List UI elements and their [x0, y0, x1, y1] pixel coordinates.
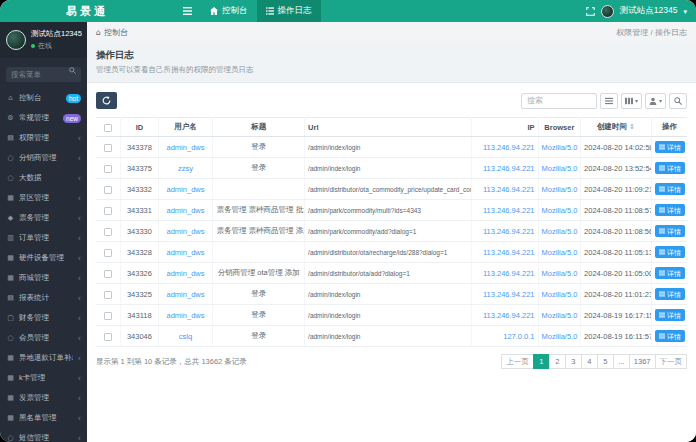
page-button-1[interactable]: 1 — [533, 354, 550, 369]
sidebar-item-mall[interactable]: ▦ 商城管理 ‹ — [0, 268, 87, 288]
sidebar-item-ticket[interactable]: ◆ 票务管理 ‹ — [0, 208, 87, 228]
page-next-button[interactable]: 下一页 — [655, 354, 688, 369]
cell-ip[interactable]: 113.246.94.221 — [471, 263, 538, 284]
sidebar-item-card[interactable]: ▦ k卡管理 ‹ — [0, 368, 87, 388]
page-button-2[interactable]: 2 — [549, 354, 566, 369]
sidebar-item-finance[interactable]: ▢ 财务管理 ‹ — [0, 308, 87, 328]
cell-url: /admin/distributor/ota_commodity_price/u… — [305, 179, 472, 200]
row-checkbox[interactable] — [104, 207, 112, 215]
cell-username[interactable]: zzsy — [158, 158, 213, 179]
detail-button[interactable]: 详情 — [655, 309, 685, 321]
cell-ip[interactable]: 113.246.94.221 — [471, 284, 538, 305]
page-button-3[interactable]: 3 — [565, 354, 582, 369]
cell-browser[interactable]: Mozilla/5.0 — [538, 200, 581, 221]
detail-button[interactable]: 详情 — [655, 183, 685, 195]
row-checkbox[interactable] — [104, 333, 112, 341]
cell-ip[interactable]: 113.246.94.221 — [471, 200, 538, 221]
cell-ip[interactable]: 127.0.0.1 — [471, 326, 538, 347]
sidebar-item-console[interactable]: ⌂ 控制台 hot — [0, 88, 87, 108]
page-button-4[interactable]: 4 — [581, 354, 598, 369]
page-button-1367[interactable]: 1367 — [629, 354, 656, 369]
table-search-input[interactable] — [521, 93, 597, 109]
row-checkbox[interactable] — [104, 228, 112, 236]
cell-browser[interactable]: Mozilla/5.0 — [538, 158, 581, 179]
detail-button[interactable]: 详情 — [655, 204, 685, 216]
topnav-tab-console[interactable]: 控制台 — [201, 0, 257, 22]
sidebar-item-refund-reorder[interactable]: ▦ 异地退款订单补单 ‹ — [0, 348, 87, 368]
detail-button[interactable]: 详情 — [655, 267, 685, 279]
column-header: 操作 — [651, 118, 687, 137]
cell-ip[interactable]: 113.246.94.221 — [471, 221, 538, 242]
cell-ip[interactable]: 113.246.94.221 — [471, 179, 538, 200]
sidebar-item-invoice[interactable]: ▦ 发票管理 ‹ — [0, 388, 87, 408]
cell-browser[interactable]: Mozilla/5.0 — [538, 326, 581, 347]
page-ellipsis[interactable]: ... — [613, 354, 630, 369]
row-checkbox[interactable] — [104, 270, 112, 278]
cell-username[interactable]: admin_dws — [158, 200, 213, 221]
cell-username[interactable]: admin_dws — [158, 137, 213, 158]
user-avatar[interactable] — [601, 5, 614, 18]
brand-logo[interactable]: 易景通 — [0, 0, 174, 22]
sidebar-item-member[interactable]: ○ 会员管理 ‹ — [0, 328, 87, 348]
list-icon — [266, 7, 274, 15]
row-checkbox[interactable] — [104, 249, 112, 257]
detail-button[interactable]: 详情 — [655, 288, 685, 300]
cell-ip[interactable]: 113.246.94.221 — [471, 158, 538, 179]
cell-username[interactable]: admin_dws — [158, 242, 213, 263]
sidebar-item-order[interactable]: ▥ 订单管理 ‹ — [0, 228, 87, 248]
cell-browser[interactable]: Mozilla/5.0 — [538, 221, 581, 242]
cell-browser[interactable]: Mozilla/5.0 — [538, 263, 581, 284]
detail-button[interactable]: 详情 — [655, 162, 685, 174]
cell-browser[interactable]: Mozilla/5.0 — [538, 179, 581, 200]
row-checkbox[interactable] — [104, 312, 112, 320]
sidebar-avatar[interactable] — [6, 30, 26, 50]
row-checkbox[interactable] — [104, 144, 112, 152]
row-checkbox[interactable] — [104, 291, 112, 299]
cell-ip[interactable]: 113.246.94.221 — [471, 137, 538, 158]
row-checkbox[interactable] — [104, 165, 112, 173]
sort-icon[interactable]: ↕ — [629, 123, 635, 131]
column-header[interactable]: 创建时间↕ — [581, 118, 652, 137]
cell-ip[interactable]: 113.246.94.221 — [471, 242, 538, 263]
cell-browser[interactable]: Mozilla/5.0 — [538, 137, 581, 158]
detail-button[interactable]: 详情 — [655, 225, 685, 237]
sidebar-item-hardware[interactable]: ▦ 硬件设备管理 ‹ — [0, 248, 87, 268]
cell-username[interactable]: admin_dws — [158, 263, 213, 284]
site-name[interactable]: 测试站点12345 — [620, 5, 678, 17]
detail-button[interactable]: 详情 — [655, 330, 685, 342]
detail-button[interactable]: 详情 — [655, 141, 685, 153]
list-icon — [659, 186, 665, 192]
cell-browser[interactable]: Mozilla/5.0 — [538, 242, 581, 263]
topnav-tab-operation-log[interactable]: 操作日志 — [257, 0, 321, 22]
sidebar-item-general[interactable]: ⚙ 常规管理 new — [0, 108, 87, 128]
sidebar-item-sms[interactable]: ○ 短信管理 ‹ — [0, 428, 87, 442]
cell-browser[interactable]: Mozilla/5.0 — [538, 284, 581, 305]
table-row: 343331 admin_dws 票务管理 票种商品管理 批量更新 /admin… — [96, 200, 687, 221]
cell-username[interactable]: admin_dws — [158, 284, 213, 305]
refresh-button[interactable] — [96, 92, 117, 109]
search-toggle-button[interactable] — [669, 93, 687, 109]
sidebar-item-scenic[interactable]: ▦ 景区管理 ‹ — [0, 188, 87, 208]
sidebar-item-auth[interactable]: ▤ 权限管理 ‹ — [0, 128, 87, 148]
cell-username[interactable]: admin_dws — [158, 179, 213, 200]
cell-username[interactable]: admin_dws — [158, 305, 213, 326]
cell-username[interactable]: cslq — [158, 326, 213, 347]
row-checkbox[interactable] — [104, 186, 112, 194]
sidebar-item-distributor[interactable]: ○ 分销商管理 ‹ — [0, 148, 87, 168]
admin-filter-button[interactable]: ▾ — [645, 93, 666, 109]
breadcrumb-home[interactable]: 控制台 — [104, 27, 128, 38]
view-toggle-button[interactable] — [600, 93, 618, 109]
fullscreen-button[interactable] — [586, 7, 595, 16]
columns-toggle-button[interactable]: ▾ — [621, 93, 642, 109]
cell-username[interactable]: admin_dws — [158, 221, 213, 242]
cell-browser[interactable]: Mozilla/5.0 — [538, 305, 581, 326]
sidebar-item-report[interactable]: ▤ 报表统计 ‹ — [0, 288, 87, 308]
sidebar-item-blacklist[interactable]: ▦ 黑名单管理 ‹ — [0, 408, 87, 428]
cell-ip[interactable]: 113.246.94.221 — [471, 305, 538, 326]
page-prev-button[interactable]: 上一页 — [501, 354, 534, 369]
detail-button[interactable]: 详情 — [655, 246, 685, 258]
select-all-checkbox[interactable] — [104, 124, 112, 132]
page-button-5[interactable]: 5 — [597, 354, 614, 369]
sidebar-toggle-button[interactable] — [174, 0, 201, 22]
sidebar-item-bigdata[interactable]: ○ 大数据 ‹ — [0, 168, 87, 188]
